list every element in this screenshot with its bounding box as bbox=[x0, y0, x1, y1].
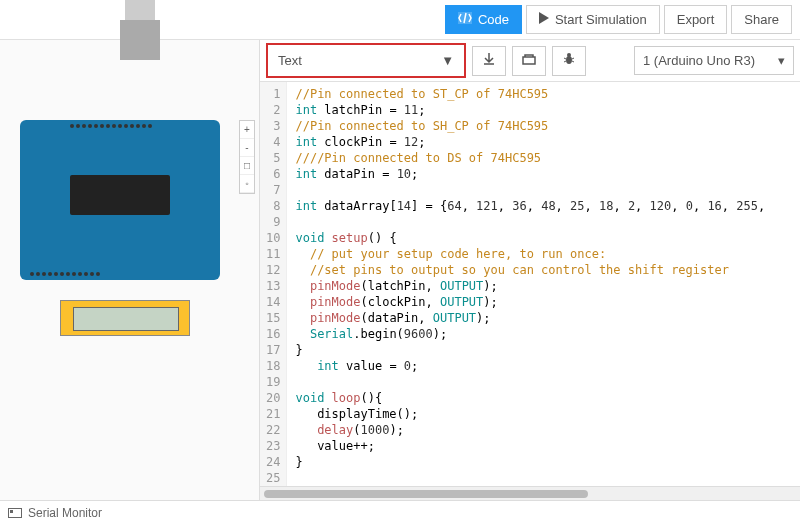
code-line[interactable]: Serial.begin(9600); bbox=[295, 326, 792, 342]
line-number: 18 bbox=[266, 358, 280, 374]
component-target-select[interactable]: 1 (Arduino Uno R3) ▾ bbox=[634, 46, 794, 75]
lcd-display[interactable] bbox=[60, 300, 190, 336]
line-number: 10 bbox=[266, 230, 280, 246]
line-number: 16 bbox=[266, 326, 280, 342]
line-number: 23 bbox=[266, 438, 280, 454]
line-number: 14 bbox=[266, 294, 280, 310]
zoom-controls: + - □ ◦ bbox=[239, 120, 255, 194]
code-line[interactable] bbox=[295, 182, 792, 198]
code-line[interactable]: } bbox=[295, 454, 792, 470]
zoom-center-button[interactable]: ◦ bbox=[240, 175, 254, 193]
download-icon bbox=[482, 52, 496, 69]
line-number: 1 bbox=[266, 86, 280, 102]
line-number: 11 bbox=[266, 246, 280, 262]
code-line[interactable]: int value = 0; bbox=[295, 358, 792, 374]
horizontal-scrollbar[interactable] bbox=[260, 486, 800, 500]
export-button[interactable]: Export bbox=[664, 5, 728, 34]
code-toolbar: Text ▼ 1 (Arduino Uno R3) bbox=[260, 40, 800, 82]
line-number: 7 bbox=[266, 182, 280, 198]
svg-rect-1 bbox=[523, 57, 535, 64]
code-view-mode-label: Text bbox=[278, 53, 302, 68]
line-number: 3 bbox=[266, 118, 280, 134]
svg-point-3 bbox=[567, 53, 571, 57]
code-editor[interactable]: 1234567891011121314151617181920212223242… bbox=[260, 82, 800, 486]
code-line[interactable]: // put your setup code here, to run once… bbox=[295, 246, 792, 262]
line-number: 6 bbox=[266, 166, 280, 182]
code-line[interactable]: int dataArray[14] = {64, 121, 36, 48, 25… bbox=[295, 198, 792, 214]
code-line[interactable]: pinMode(clockPin, OUTPUT); bbox=[295, 294, 792, 310]
play-icon bbox=[539, 12, 549, 27]
code-icon bbox=[458, 12, 472, 27]
chevron-down-icon: ▾ bbox=[778, 53, 785, 68]
line-number: 4 bbox=[266, 134, 280, 150]
code-line[interactable]: //set pins to output so you can control … bbox=[295, 262, 792, 278]
line-number: 8 bbox=[266, 198, 280, 214]
download-code-button[interactable] bbox=[472, 46, 506, 76]
code-button-label: Code bbox=[478, 12, 509, 27]
usb-cable bbox=[125, 0, 155, 20]
code-line[interactable]: //Pin connected to SH_CP of 74HC595 bbox=[295, 118, 792, 134]
code-panel: Text ▼ 1 (Arduino Uno R3) bbox=[260, 40, 800, 500]
code-line[interactable]: int dataPin = 10; bbox=[295, 166, 792, 182]
component-target-label: 1 (Arduino Uno R3) bbox=[643, 53, 755, 68]
line-number: 15 bbox=[266, 310, 280, 326]
power-analog-pins bbox=[30, 272, 100, 276]
circuit-drawing bbox=[20, 60, 220, 220]
start-simulation-button[interactable]: Start Simulation bbox=[526, 5, 660, 34]
code-line[interactable]: } bbox=[295, 342, 792, 358]
code-line[interactable]: int latchPin = 11; bbox=[295, 102, 792, 118]
line-number: 9 bbox=[266, 214, 280, 230]
code-line[interactable]: void loop(){ bbox=[295, 390, 792, 406]
usb-connector bbox=[120, 20, 160, 60]
code-line[interactable]: int clockPin = 12; bbox=[295, 134, 792, 150]
zoom-fit-button[interactable]: □ bbox=[240, 157, 254, 175]
code-line[interactable] bbox=[295, 374, 792, 390]
serial-monitor-button[interactable]: Serial Monitor bbox=[28, 506, 102, 520]
circuit-canvas[interactable]: + - □ ◦ bbox=[0, 40, 260, 500]
line-number: 19 bbox=[266, 374, 280, 390]
export-label: Export bbox=[677, 12, 715, 27]
debug-button[interactable] bbox=[552, 46, 586, 76]
bug-icon bbox=[562, 52, 576, 69]
code-line[interactable] bbox=[295, 470, 792, 486]
microcontroller-chip bbox=[70, 175, 170, 215]
share-button[interactable]: Share bbox=[731, 5, 792, 34]
library-icon bbox=[522, 53, 536, 68]
share-label: Share bbox=[744, 12, 779, 27]
line-number: 21 bbox=[266, 406, 280, 422]
zoom-out-button[interactable]: - bbox=[240, 139, 254, 157]
code-line[interactable]: ////Pin connected to DS of 74HC595 bbox=[295, 150, 792, 166]
start-simulation-label: Start Simulation bbox=[555, 12, 647, 27]
chevron-down-icon: ▼ bbox=[441, 53, 454, 68]
code-line[interactable]: pinMode(latchPin, OUTPUT); bbox=[295, 278, 792, 294]
line-number: 24 bbox=[266, 454, 280, 470]
bottom-bar: Serial Monitor bbox=[0, 500, 800, 524]
library-button[interactable] bbox=[512, 46, 546, 76]
code-button[interactable]: Code bbox=[445, 5, 522, 34]
line-number: 22 bbox=[266, 422, 280, 438]
line-gutter: 1234567891011121314151617181920212223242… bbox=[260, 82, 287, 486]
code-line[interactable] bbox=[295, 214, 792, 230]
code-line[interactable]: pinMode(dataPin, OUTPUT); bbox=[295, 310, 792, 326]
line-number: 17 bbox=[266, 342, 280, 358]
svg-point-2 bbox=[566, 56, 572, 64]
line-number: 20 bbox=[266, 390, 280, 406]
code-line[interactable]: //Pin connected to ST_CP of 74HC595 bbox=[295, 86, 792, 102]
zoom-in-button[interactable]: + bbox=[240, 121, 254, 139]
line-number: 2 bbox=[266, 102, 280, 118]
code-line[interactable]: delay(1000); bbox=[295, 422, 792, 438]
code-line[interactable]: void setup() { bbox=[295, 230, 792, 246]
line-number: 25 bbox=[266, 470, 280, 486]
digital-pins bbox=[70, 124, 152, 128]
line-number: 5 bbox=[266, 150, 280, 166]
arduino-board[interactable] bbox=[20, 120, 220, 280]
lcd-screen bbox=[73, 307, 179, 331]
scrollbar-thumb[interactable] bbox=[264, 490, 588, 498]
code-line[interactable]: value++; bbox=[295, 438, 792, 454]
serial-monitor-icon bbox=[8, 508, 22, 518]
line-number: 12 bbox=[266, 262, 280, 278]
code-line[interactable]: displayTime(); bbox=[295, 406, 792, 422]
main-area: + - □ ◦ Text ▼ bbox=[0, 40, 800, 500]
code-view-mode-select[interactable]: Text ▼ bbox=[266, 43, 466, 78]
code-content[interactable]: //Pin connected to ST_CP of 74HC595int l… bbox=[287, 82, 800, 486]
